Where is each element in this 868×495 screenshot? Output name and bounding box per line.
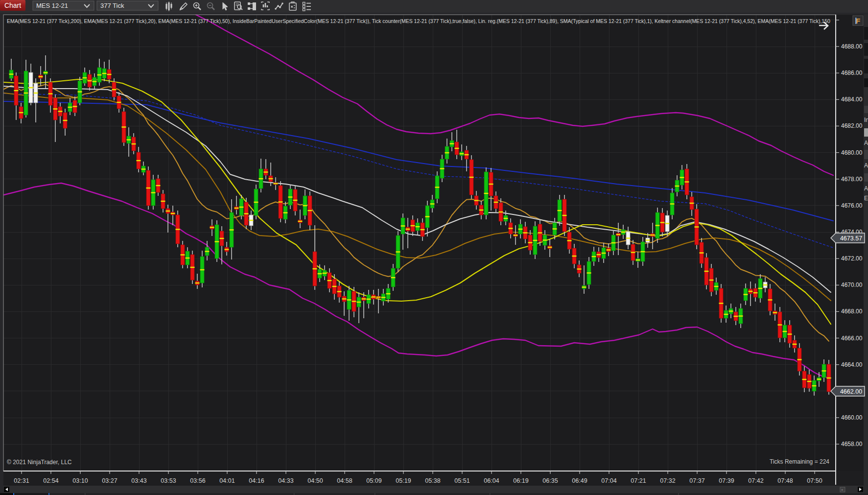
svg-text:05:09: 05:09 — [366, 477, 381, 484]
svg-text:4672.00: 4672.00 — [841, 255, 863, 262]
svg-text:4682.00: 4682.00 — [841, 122, 863, 129]
svg-text:07:39: 07:39 — [719, 477, 734, 484]
svg-text:MES 12-21: MES 12-21 — [36, 2, 68, 9]
svg-text:4662.00: 4662.00 — [840, 388, 862, 395]
svg-text:E: E — [864, 195, 868, 202]
svg-text:05:38: 05:38 — [425, 477, 440, 484]
svg-text:A: A — [864, 162, 868, 169]
svg-text:04:16: 04:16 — [249, 477, 264, 484]
svg-text:04:01: 04:01 — [219, 477, 235, 484]
svg-text:04:33: 04:33 — [278, 477, 293, 484]
svg-text:03:53: 03:53 — [161, 477, 176, 484]
svg-text:04:50: 04:50 — [307, 477, 323, 484]
svg-text:4688.00: 4688.00 — [841, 43, 863, 50]
svg-text:06:35: 06:35 — [542, 477, 558, 484]
svg-text:03:43: 03:43 — [131, 477, 146, 484]
svg-text:05:19: 05:19 — [396, 477, 411, 484]
svg-text:06:19: 06:19 — [513, 477, 528, 484]
svg-text:A: A — [864, 140, 868, 146]
svg-text:4678.00: 4678.00 — [841, 176, 863, 183]
svg-text:07:21: 07:21 — [631, 477, 646, 484]
svg-text:06:49: 06:49 — [572, 477, 587, 484]
svg-text:07:48: 07:48 — [777, 477, 793, 484]
svg-text:03:56: 03:56 — [190, 477, 205, 484]
svg-text:Chart: Chart — [4, 1, 21, 9]
svg-text:4673.57: 4673.57 — [840, 235, 862, 242]
svg-text:03:10: 03:10 — [72, 477, 88, 484]
svg-text:Ticks Remaining = 224: Ticks Remaining = 224 — [770, 458, 829, 465]
svg-text:07:04: 07:04 — [601, 477, 616, 484]
svg-text:4680.00: 4680.00 — [841, 149, 863, 156]
svg-text:4668.00: 4668.00 — [841, 308, 863, 315]
svg-text:4666.00: 4666.00 — [841, 335, 863, 342]
svg-text:02:54: 02:54 — [43, 477, 58, 484]
svg-text:≡: ≡ — [841, 488, 843, 492]
svg-text:4684.00: 4684.00 — [841, 96, 863, 103]
svg-text:4686.00: 4686.00 — [841, 70, 863, 76]
svg-text:02:31: 02:31 — [14, 477, 29, 484]
svg-text:© 2021 NinjaTrader, LLC: © 2021 NinjaTrader, LLC — [7, 459, 72, 466]
svg-text:4664.00: 4664.00 — [841, 361, 863, 368]
svg-text:04:58: 04:58 — [337, 477, 352, 484]
svg-text:4676.00: 4676.00 — [841, 202, 863, 209]
svg-text:A: A — [864, 185, 868, 192]
svg-text:07:32: 07:32 — [660, 477, 675, 484]
svg-text:In: In — [864, 117, 868, 123]
svg-text:4658.00: 4658.00 — [841, 441, 863, 448]
svg-text:4670.00: 4670.00 — [841, 282, 863, 288]
svg-text:07:50: 07:50 — [807, 477, 822, 484]
svg-text:EMA(MES 12-21 (377 Tick),200),: EMA(MES 12-21 (377 Tick),200), EMA(MES 1… — [7, 18, 830, 24]
svg-text:4660.00: 4660.00 — [841, 414, 863, 421]
svg-text:05:51: 05:51 — [454, 477, 469, 484]
svg-text:06:04: 06:04 — [484, 477, 499, 484]
svg-text:03:27: 03:27 — [102, 477, 117, 484]
svg-text:377 Tick: 377 Tick — [100, 2, 124, 9]
svg-text:07:42: 07:42 — [748, 477, 763, 484]
svg-text:07:37: 07:37 — [689, 477, 704, 484]
